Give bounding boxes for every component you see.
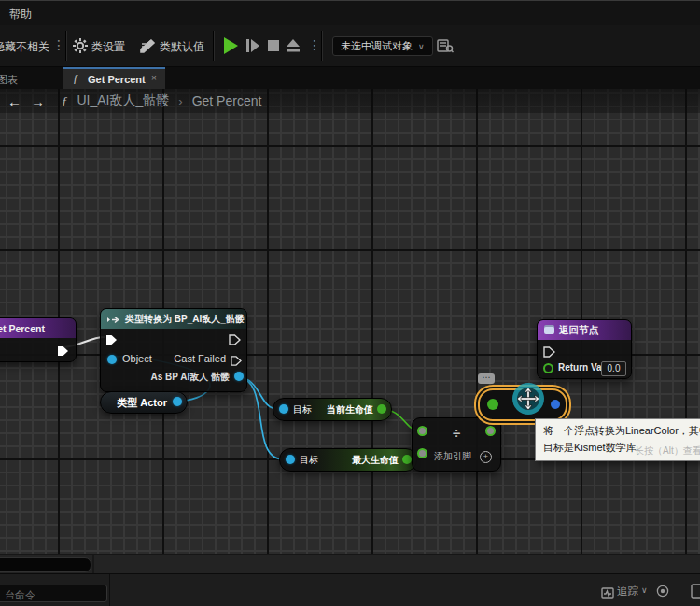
add-pin-label[interactable]: 添加引脚 xyxy=(434,450,471,463)
stop-icon[interactable] xyxy=(268,40,279,51)
horizontal-scrollbar-thumb[interactable] xyxy=(0,557,91,572)
toolbar: 隐藏不相关 ⋮ 类设置 类默认值 ⋮ 未选中调试对象 ∨ xyxy=(0,25,700,67)
value-out-pin[interactable] xyxy=(402,455,412,464)
value-out-pin[interactable] xyxy=(377,404,386,414)
node-title: 返回节点 xyxy=(559,324,598,337)
variable-label: 最大生命值 xyxy=(352,454,399,467)
report-bug-icon[interactable] xyxy=(656,585,669,601)
cast-icon xyxy=(107,311,120,328)
function-icon: ƒ xyxy=(62,93,68,108)
chevron-down-icon: ∨ xyxy=(418,42,425,51)
tab-title: Get Percent xyxy=(88,74,146,85)
breadcrumb: ← → ƒ UI_AI敌人_骷髅 › Get Percent xyxy=(0,89,700,113)
node-cast-bp-ai-enemy[interactable]: 类型转换为 BP_AI敌人_骷髅 Object Cast Failed As B… xyxy=(100,308,247,392)
panel-label-graph[interactable]: 图表 xyxy=(0,73,18,87)
toolbar-separator xyxy=(65,31,66,61)
statusbar-divider xyxy=(109,574,110,606)
eject-icon[interactable] xyxy=(286,38,301,57)
toolbar-separator xyxy=(321,31,322,61)
menu-bar: 帮助 xyxy=(0,0,700,25)
exec-in-pin[interactable] xyxy=(105,332,118,349)
nav-forward-icon[interactable]: → xyxy=(31,93,45,109)
class-defaults-icon[interactable] xyxy=(140,38,156,57)
hide-unrelated-button[interactable]: 隐藏不相关 xyxy=(0,39,49,55)
gear-icon[interactable] xyxy=(73,38,88,57)
node-divide[interactable]: ÷ 添加引脚 + xyxy=(412,417,501,472)
exec-out-pin[interactable] xyxy=(229,332,241,349)
console-placeholder: 台命令 xyxy=(5,588,35,602)
trace-label[interactable]: 追踪 xyxy=(617,585,638,599)
as-pin-label: As BP AI敌人 骷髅 xyxy=(151,371,230,384)
play-icon[interactable] xyxy=(224,37,238,54)
as-out-pin[interactable] xyxy=(234,372,244,381)
class-settings-button[interactable]: 类设置 xyxy=(91,39,125,55)
divide-in-pin-b[interactable] xyxy=(417,448,427,458)
nav-back-icon[interactable]: ← xyxy=(7,93,21,109)
tooltip-hint: 长按（Alt）查看 xyxy=(635,444,700,458)
debug-object-dropdown[interactable]: 未选中调试对象 ∨ xyxy=(332,36,433,56)
horizontal-scrollbar-track[interactable] xyxy=(0,554,700,573)
tab-bar: 图表 ƒ Get Percent × xyxy=(0,67,700,89)
node-title: 类型转换为 BP_AI敌人_骷髅 xyxy=(125,313,245,326)
comment-bubble-icon[interactable]: ⋯ xyxy=(478,373,495,384)
class-defaults-button[interactable]: 类默认值 xyxy=(160,39,204,55)
status-bar: 台命令 追踪 ∨ xyxy=(0,573,700,606)
object-pin-label: Object xyxy=(122,353,152,364)
browse-debug-object-icon[interactable] xyxy=(437,38,454,57)
breadcrumb-separator: › xyxy=(178,94,182,108)
tooltip-line-2: 目标是Kismet数学库 xyxy=(543,441,637,455)
return-node-icon xyxy=(544,327,554,334)
float-in-pin[interactable] xyxy=(487,399,498,410)
debug-object-label: 未选中调试对象 xyxy=(341,39,413,53)
graph-canvas[interactable]: ← → ƒ UI_AI敌人_骷髅 › Get Percent Get Perce… xyxy=(0,89,700,554)
cast-failed-label: Cast Failed xyxy=(174,353,226,364)
object-in-pin[interactable] xyxy=(107,355,117,364)
target-label: 目标 xyxy=(293,403,312,416)
return-value-pin[interactable] xyxy=(543,363,553,373)
move-cursor-icon xyxy=(510,380,547,417)
breadcrumb-root[interactable]: UI_AI敌人_骷髅 xyxy=(77,92,170,109)
linearcolor-out-pin[interactable] xyxy=(551,400,560,409)
cast-failed-exec-pin[interactable] xyxy=(231,353,242,370)
play-options-icon[interactable]: ⋮ xyxy=(308,37,321,52)
node-get-percent-entry[interactable]: Get Percent xyxy=(0,317,77,362)
node-max-health-getter[interactable]: 目标 最大生命值 xyxy=(279,448,417,472)
breadcrumb-current[interactable]: Get Percent xyxy=(192,93,262,108)
toolbar-separator xyxy=(213,31,214,61)
target-in-pin[interactable] xyxy=(286,455,295,464)
exec-out-pin[interactable] xyxy=(57,344,69,360)
menu-help[interactable]: 帮助 xyxy=(9,7,32,22)
trace-icon[interactable] xyxy=(601,585,614,602)
hide-unrelated-options-icon[interactable]: ⋮ xyxy=(52,37,65,52)
target-in-pin[interactable] xyxy=(279,404,288,414)
divide-symbol: ÷ xyxy=(413,425,500,441)
return-value-input[interactable]: 0.0 xyxy=(601,361,626,376)
tab-get-percent[interactable]: ƒ Get Percent × xyxy=(63,67,165,89)
node-return[interactable]: 返回节点 Return Value 0.0 xyxy=(537,319,632,379)
tooltip: 将一个浮点转换为LinearColor，其中每个RGB元 目标是Kismet数学… xyxy=(535,418,700,461)
tooltip-line-1: 将一个浮点转换为LinearColor，其中每个RGB元 xyxy=(543,424,700,438)
add-pin-icon[interactable]: + xyxy=(480,451,492,463)
variable-label: 类型 Actor xyxy=(117,396,167,410)
node-title: Get Percent xyxy=(0,323,45,334)
console-command-input[interactable]: 台命令 xyxy=(0,585,107,602)
skip-frame-icon[interactable] xyxy=(245,38,260,57)
scrollbar-divider xyxy=(92,555,94,574)
close-icon[interactable]: × xyxy=(151,73,157,83)
function-icon: ƒ xyxy=(73,72,78,86)
node-type-actor-getter[interactable]: 类型 Actor xyxy=(100,391,188,414)
node-current-health-getter[interactable]: 目标 当前生命值 xyxy=(273,398,392,421)
exec-in-pin[interactable] xyxy=(543,345,555,361)
clipped-edge-icon[interactable] xyxy=(691,584,700,602)
actor-out-pin[interactable] xyxy=(173,397,182,406)
variable-label: 当前生命值 xyxy=(327,403,373,416)
chevron-down-icon[interactable]: ∨ xyxy=(641,585,648,595)
target-label: 目标 xyxy=(300,454,318,467)
